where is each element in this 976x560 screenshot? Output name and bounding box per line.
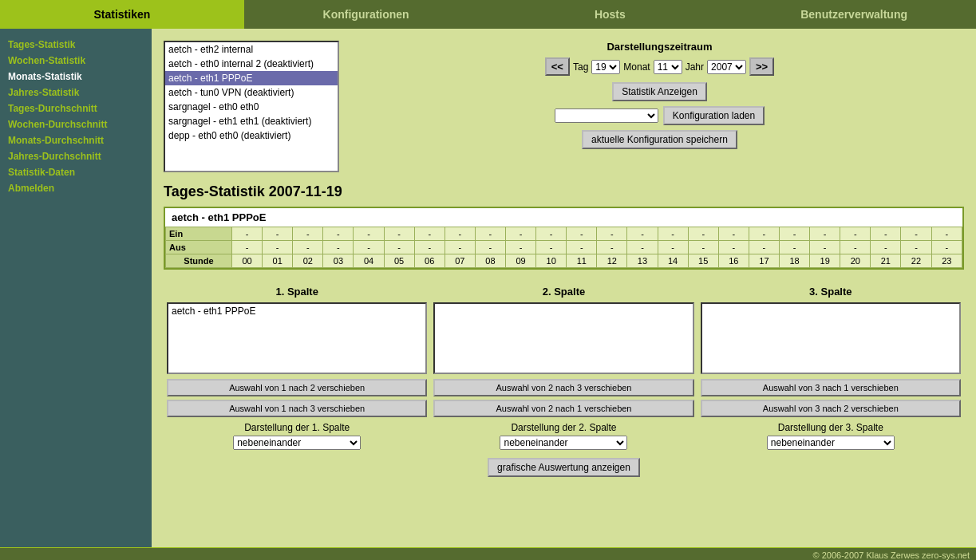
stats-cell: -: [810, 227, 840, 241]
columns-content: aetch - eth1 PPPoE Auswahl von 1 nach 2 …: [164, 302, 964, 450]
stats-cell: -: [901, 227, 931, 241]
stats-cell: 18: [779, 254, 809, 268]
list-item-selected[interactable]: aetch - eth1 PPPoE: [165, 71, 338, 85]
col2-darstellung-select[interactable]: nebeneinander übereinander: [500, 436, 627, 450]
stats-cell: 13: [627, 254, 658, 268]
sidebar: Tages-Statistik Wochen-Statistik Monats-…: [0, 29, 152, 547]
speichern-btn[interactable]: aktuelle Konfiguration speichern: [582, 130, 737, 149]
stats-cell: 21: [871, 254, 901, 268]
col1-to-col3-btn[interactable]: Auswahl von 1 nach 3 verschieben: [167, 400, 427, 417]
stats-cell: 00: [232, 254, 263, 268]
list-item[interactable]: sargnagel - eth0 eth0: [165, 100, 338, 114]
stats-cell: 17: [749, 254, 779, 268]
stats-cell: -: [445, 241, 475, 254]
grafik-row: grafische Auswertung anzeigen: [164, 458, 964, 477]
stats-cell: 11: [567, 254, 597, 268]
stats-cell: 15: [688, 254, 718, 268]
stats-cell: -: [384, 241, 414, 254]
list-item[interactable]: depp - eth0 eth0 (deaktiviert): [165, 128, 338, 143]
stats-cell: -: [597, 227, 627, 241]
stats-cell: -: [323, 241, 354, 254]
stats-cell: -: [658, 227, 688, 241]
sidebar-item-tages-statistik[interactable]: Tages-Statistik: [6, 37, 145, 53]
stats-cell: 10: [536, 254, 567, 268]
stats-cell: 12: [597, 254, 627, 268]
col3-darstellung-select[interactable]: nebeneinander übereinander: [767, 436, 895, 450]
list-item[interactable]: aetch - tun0 VPN (deaktiviert): [165, 85, 338, 100]
col1-darstellung-select[interactable]: nebeneinander übereinander: [233, 436, 361, 450]
col3-listbox[interactable]: [701, 302, 961, 374]
stats-cell: -: [627, 227, 658, 241]
stats-cell: -: [597, 241, 627, 254]
list-item[interactable]: aetch - eth0 internal 2 (deaktiviert): [165, 57, 338, 71]
tag-select[interactable]: 19: [591, 60, 620, 74]
stats-cell: 23: [931, 254, 962, 268]
stats-cell: -: [384, 227, 414, 241]
jahr-select[interactable]: 2007: [707, 60, 746, 74]
col3-to-col1-btn[interactable]: Auswahl von 3 nach 1 verschieben: [701, 379, 961, 396]
stats-cell: 20: [840, 254, 871, 268]
col2-darstellung-label: Darstellung der 2. Spalte: [433, 422, 693, 433]
sidebar-item-abmelden[interactable]: Abmelden: [6, 180, 145, 196]
stats-cell: 16: [718, 254, 749, 268]
col1-listbox[interactable]: aetch - eth1 PPPoE: [167, 302, 427, 374]
stats-cell: 04: [354, 254, 384, 268]
konfiguration-select[interactable]: [555, 108, 658, 123]
stats-cell: -: [354, 241, 384, 254]
stats-cell: -: [293, 227, 323, 241]
sidebar-item-wochen-statistik[interactable]: Wochen-Statistik: [6, 53, 145, 69]
stats-cell: 06: [414, 254, 445, 268]
sidebar-item-wochen-durchschnitt[interactable]: Wochen-Durchschnitt: [6, 116, 145, 132]
statistik-anzeigen-btn[interactable]: Statistik Anzeigen: [612, 82, 707, 101]
interface-listbox[interactable]: aetch - eth2 internal aetch - eth0 inter…: [164, 41, 339, 172]
prev-btn[interactable]: <<: [545, 57, 570, 76]
next-btn[interactable]: >>: [749, 57, 774, 76]
stats-cell: 02: [293, 254, 323, 268]
col1-darstellung-label: Darstellung der 1. Spalte: [167, 422, 427, 433]
col2-btn-row: Auswahl von 2 nach 3 verschieben Auswahl…: [433, 379, 693, 417]
stats-cell: -: [567, 227, 597, 241]
stats-cell: -: [688, 227, 718, 241]
col3-header: 3. Spalte: [697, 286, 964, 298]
tab-konfigurationen[interactable]: Konfigurationen: [244, 0, 488, 29]
list-item[interactable]: aetch - eth2 internal: [165, 42, 338, 57]
stats-cell: -: [718, 241, 749, 254]
list-item[interactable]: sargnagel - eth1 eth1 (deaktiviert): [165, 114, 338, 128]
stats-cell: -: [840, 241, 871, 254]
sidebar-item-statistik-daten[interactable]: Statistik-Daten: [6, 164, 145, 180]
col2-darstellung: Darstellung der 2. Spalte nebeneinander …: [433, 422, 693, 450]
col3-to-col2-btn[interactable]: Auswahl von 3 nach 2 verschieben: [701, 400, 961, 417]
grafik-auswertung-btn[interactable]: grafische Auswertung anzeigen: [488, 458, 640, 477]
col2-header: 2. Spalte: [430, 286, 697, 298]
monat-select[interactable]: 11: [654, 60, 682, 74]
col2-to-col3-btn[interactable]: Auswahl von 2 nach 3 verschieben: [433, 379, 693, 396]
konfiguration-row: Konfiguration laden: [355, 106, 964, 125]
stats-cell: 09: [506, 254, 536, 268]
sidebar-item-monats-durchschnitt[interactable]: Monats-Durchschnitt: [6, 132, 145, 148]
tab-benutzerverwaltung[interactable]: Benutzerverwaltung: [732, 0, 976, 29]
stats-cell: 22: [901, 254, 931, 268]
stats-cell: 19: [810, 254, 840, 268]
col2-to-col1-btn[interactable]: Auswahl von 2 nach 1 verschieben: [433, 400, 693, 417]
statistik-btn-row: Statistik Anzeigen: [355, 82, 964, 101]
columns-header: 1. Spalte 2. Spalte 3. Spalte: [164, 286, 964, 298]
col1-list-item[interactable]: aetch - eth1 PPPoE: [168, 304, 425, 318]
interface-list-container: aetch - eth2 internal aetch - eth0 inter…: [164, 41, 339, 172]
sidebar-item-tages-durchschnitt[interactable]: Tages-Durchschnitt: [6, 101, 145, 116]
tab-statistiken[interactable]: Statistiken: [0, 0, 244, 29]
stats-row-label: Ein: [166, 227, 232, 241]
stats-cell: -: [627, 241, 658, 254]
col1-to-col2-btn[interactable]: Auswahl von 1 nach 2 verschieben: [167, 379, 427, 396]
stats-cell: -: [931, 227, 962, 241]
sidebar-item-jahres-statistik[interactable]: Jahres-Statistik: [6, 85, 145, 101]
konfiguration-laden-btn[interactable]: Konfiguration laden: [663, 106, 765, 125]
top-nav: Statistiken Konfigurationen Hosts Benutz…: [0, 0, 976, 29]
tab-hosts[interactable]: Hosts: [488, 0, 733, 29]
col1-header: 1. Spalte: [164, 286, 430, 298]
stats-title: Tages-Statistik 2007-11-19: [164, 183, 964, 200]
col3-darstellung: Darstellung der 3. Spalte nebeneinander …: [701, 422, 961, 450]
stats-cell: -: [536, 227, 567, 241]
col2-listbox[interactable]: [433, 302, 693, 374]
sidebar-item-monats-statistik[interactable]: Monats-Statistik: [6, 69, 145, 85]
sidebar-item-jahres-durchschnitt[interactable]: Jahres-Durchschnitt: [6, 148, 145, 164]
